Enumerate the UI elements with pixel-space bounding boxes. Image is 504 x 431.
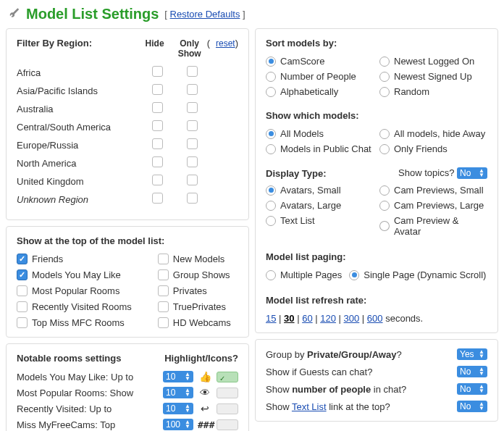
text-list-select[interactable]: No▲▼ [457,401,487,412]
radio[interactable] [266,72,276,82]
radio[interactable] [266,201,276,211]
top-list-item: Group Shows [158,269,231,280]
notable-select[interactable]: 10▲▼ [163,371,193,382]
num-people-select[interactable]: No▲▼ [457,383,487,395]
checkbox[interactable] [17,269,28,280]
checkbox[interactable] [187,175,198,185]
checkbox[interactable] [187,156,198,167]
radio[interactable] [266,144,276,154]
radio[interactable] [266,87,276,97]
region-row: Central/South America [17,120,238,133]
radio-option: CamScore [266,56,374,67]
group-by-select[interactable]: Yes▲▼ [457,348,487,360]
region-row: Australia [17,102,238,115]
checkbox[interactable] [152,138,163,149]
radio[interactable] [379,144,390,154]
notable-select[interactable]: 10▲▼ [163,403,193,414]
checkbox[interactable] [152,120,163,131]
checkbox[interactable] [152,175,163,185]
refresh-option[interactable]: 60 [302,313,312,324]
radio[interactable] [379,221,390,231]
radio-option: Avatars, Large [266,200,374,211]
region-row: Africa [17,66,238,79]
checkbox[interactable] [152,193,163,204]
top-list-item: Friends [17,254,132,264]
page-title: Model List Settings [26,6,159,22]
radio-option: Number of People [266,71,374,82]
checkbox[interactable] [187,66,198,77]
checkbox[interactable] [158,254,169,264]
radio[interactable] [379,87,390,97]
radio-option: Cam Previews, Large [379,200,487,211]
highlight-toggle[interactable] [217,372,238,382]
checkbox[interactable] [187,120,198,131]
radio-option: Random [379,86,487,97]
top-list-item: HD Webcams [158,317,231,328]
highlight-toggle[interactable] [217,403,238,414]
notable-row: Most Popular Rooms: Show10▲▼👁 [17,387,238,398]
notable-icon: 👍 [198,371,212,382]
checkbox[interactable] [17,301,28,312]
top-list-item: Most Popular Rooms [17,285,132,296]
top-list-item: TruePrivates [158,301,231,312]
region-row: Asia/Pacific Islands [17,84,238,97]
radio[interactable] [266,185,276,196]
refresh-option[interactable]: 600 [367,313,383,324]
refresh-option[interactable]: 120 [320,313,336,324]
wrench-icon [6,7,20,22]
checkbox[interactable] [17,285,28,296]
refresh-option[interactable]: 300 [344,313,360,324]
highlight-toggle[interactable] [217,388,238,398]
radio[interactable] [379,185,390,196]
checkbox[interactable] [187,84,198,95]
hash-icon: ### [198,419,212,430]
notable-rooms-panel: Notable rooms settings Highlight/Icons? … [6,343,249,431]
radio[interactable] [266,129,276,139]
checkbox[interactable] [17,254,28,264]
top-list-item: Top Miss MFC Rooms [17,317,132,328]
checkbox[interactable] [158,285,169,296]
restore-defaults-link[interactable]: Restore Defaults [170,9,240,20]
notable-select[interactable]: 10▲▼ [163,387,193,398]
text-list-link[interactable]: Text List [292,401,327,412]
top-list-item: Models You May Like [17,269,132,280]
radio[interactable] [266,216,276,226]
checkbox[interactable] [152,66,163,77]
radio[interactable] [349,270,359,280]
checkbox[interactable] [158,301,169,312]
notable-row: Recently Visited: Up to10▲▼↩ [17,403,238,414]
region-reset-link[interactable]: reset [216,38,235,49]
radio-option: Text List [266,215,374,226]
radio-option: All Models [266,128,374,139]
radio[interactable] [266,57,276,67]
refresh-option[interactable]: 30 [284,313,294,324]
radio[interactable] [379,129,390,139]
radio[interactable] [379,57,390,67]
checkbox[interactable] [158,317,169,328]
checkbox[interactable] [187,193,198,204]
radio[interactable] [379,201,390,211]
checkbox[interactable] [187,102,198,113]
notable-row: Models You May Like: Up to10▲▼👍 [17,371,238,382]
checkbox[interactable] [152,102,163,113]
radio-option: All models, hide Away [379,128,487,139]
refresh-option[interactable]: 15 [266,313,276,324]
notable-icon: ↩ [198,403,212,414]
radio-option: Models in Public Chat [266,143,374,154]
guests-chat-select[interactable]: No▲▼ [457,366,487,377]
highlight-toggle[interactable] [217,419,238,430]
radio[interactable] [266,270,276,280]
show-at-top-panel: Show at the top of the model list: Frien… [6,226,249,338]
notable-select[interactable]: 100▲▼ [163,419,193,430]
region-row: United Kingdom [17,175,238,188]
checkbox[interactable] [158,269,169,280]
show-topics-select[interactable]: No▲▼ [457,167,487,179]
checkbox[interactable] [152,84,163,95]
filter-region-panel: Filter By Region: Hide Only Show (reset)… [6,28,249,220]
paging-option: Single Page (Dynamic Scroll) [349,269,486,280]
radio[interactable] [379,72,390,82]
radio-option: Cam Preview & Avatar [379,215,487,237]
checkbox[interactable] [152,156,163,167]
checkbox[interactable] [17,317,28,328]
checkbox[interactable] [187,138,198,149]
